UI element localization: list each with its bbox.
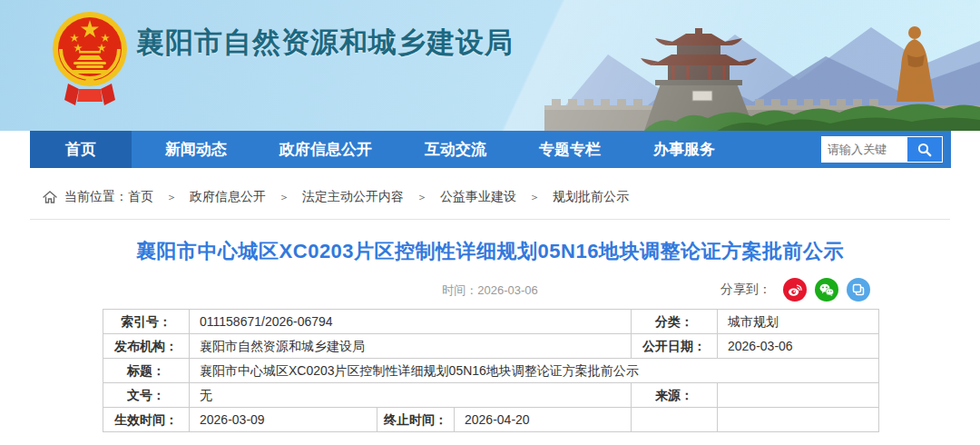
- category-value: 城市规划: [718, 310, 879, 334]
- site-header: 襄阳市自然资源和城乡建设局: [0, 0, 980, 131]
- page-title: 襄阳市中心城区XC0203片区控制性详细规划05N16地块调整论证方案批前公示: [0, 238, 980, 265]
- effective-date-value: 2026-03-09: [190, 408, 377, 432]
- source-value: [718, 383, 879, 408]
- breadcrumb-gov-info[interactable]: 政府信息公开: [190, 189, 266, 205]
- copy-share-icon[interactable]: [847, 278, 870, 302]
- wechat-share-icon[interactable]: [815, 278, 838, 302]
- nav-item-home[interactable]: 首页: [30, 131, 132, 168]
- document-number-label: 文号：: [103, 383, 190, 408]
- index-number-value: 011158671/2026-06794: [190, 310, 632, 334]
- breadcrumb-home[interactable]: 首页: [128, 189, 153, 205]
- empty-cell: [718, 408, 879, 432]
- search-icon: [917, 143, 932, 157]
- share-area: 分享到：: [720, 278, 870, 302]
- nav-item-special-columns[interactable]: 专题专栏: [520, 131, 620, 168]
- share-label: 分享到：: [720, 282, 771, 298]
- nav-item-news[interactable]: 新闻动态: [146, 131, 246, 168]
- breadcrumb-statutory[interactable]: 法定主动公开内容: [302, 189, 404, 205]
- statue: [897, 26, 935, 102]
- title-label: 标题：: [103, 359, 190, 383]
- weibo-share-icon[interactable]: [783, 278, 807, 302]
- national-emblem-icon: [52, 5, 128, 107]
- issuing-agency-label: 发布机构：: [103, 334, 190, 359]
- breadcrumb-public-welfare[interactable]: 公益事业建设: [440, 189, 516, 205]
- breadcrumb-separator: ＞: [529, 190, 540, 205]
- header-scenery-image: [508, 0, 980, 131]
- issuing-agency-value: 襄阳市自然资源和城乡建设局: [190, 334, 632, 359]
- publish-date-label: 公开日期：: [632, 334, 718, 359]
- main-navigation: 首页 新闻动态 政府信息公开 互动交流 专题专栏 办事服务: [30, 131, 951, 168]
- document-info-table: 索引号： 011158671/2026-06794 分类： 城市规划 发布机构：…: [103, 309, 879, 432]
- breadcrumb-separator: ＞: [416, 190, 427, 205]
- expiry-date-value: 2026-04-20: [455, 408, 632, 432]
- category-label: 分类：: [632, 310, 718, 334]
- title-value: 襄阳市中心城区XC0203片区控制性详细规划05N16地块调整论证方案批前公示: [190, 359, 879, 383]
- site-title: 襄阳市自然资源和城乡建设局: [136, 24, 514, 62]
- nav-item-services[interactable]: 办事服务: [634, 131, 734, 168]
- source-label: 来源：: [632, 383, 718, 408]
- breadcrumb-separator: ＞: [166, 190, 177, 205]
- nav-strip: 首页 新闻动态 政府信息公开 互动交流 专题专栏 办事服务: [0, 131, 980, 168]
- breadcrumb-separator: ＞: [279, 190, 289, 205]
- breadcrumb: 当前位置： 首页 ＞ 政府信息公开 ＞ 法定主动公开内容 ＞ 公益事业建设 ＞ …: [43, 186, 980, 208]
- site-search: [821, 136, 943, 163]
- document-number-value: 无: [190, 383, 632, 408]
- gate-tower: [641, 28, 757, 131]
- search-input[interactable]: [822, 137, 907, 162]
- time-value: 2026-03-06: [477, 283, 538, 297]
- home-icon: [43, 190, 57, 204]
- breadcrumb-prefix: 当前位置：: [64, 189, 128, 205]
- breadcrumb-pre-approval[interactable]: 规划批前公示: [553, 189, 629, 205]
- article-meta-row: 时间：2026-03-06 分享到：: [30, 278, 950, 302]
- expiry-date-label: 终止时间：: [377, 408, 455, 432]
- search-button[interactable]: [907, 137, 942, 162]
- empty-cell: [632, 408, 718, 432]
- city-wall: [544, 99, 980, 131]
- publish-date-value: 2026-03-06: [718, 334, 879, 359]
- breadcrumb-divider: [30, 219, 950, 220]
- index-number-label: 索引号：: [103, 310, 190, 334]
- time-label: 时间：: [442, 283, 477, 297]
- nav-item-gov-info[interactable]: 政府信息公开: [260, 131, 391, 168]
- nav-item-interaction[interactable]: 互动交流: [406, 131, 505, 168]
- effective-date-label: 生效时间：: [103, 408, 190, 432]
